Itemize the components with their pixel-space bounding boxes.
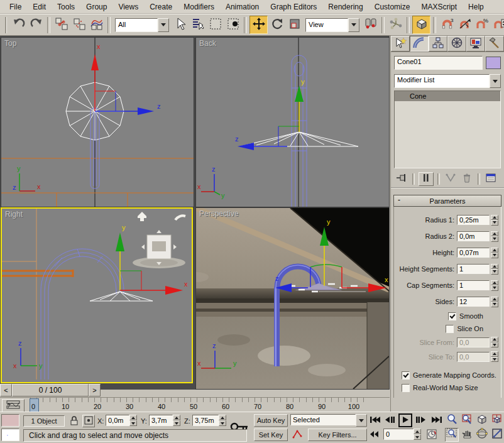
- menu-help[interactable]: Help: [463, 0, 490, 14]
- selection-lock-toggle[interactable]: [68, 415, 80, 427]
- menu-modifiers[interactable]: Modifiers: [178, 0, 220, 14]
- play-animation-button[interactable]: [398, 413, 412, 427]
- menu-create[interactable]: Create: [144, 0, 178, 14]
- dropdown-arrow-icon[interactable]: [348, 18, 359, 32]
- go-to-end-button[interactable]: [430, 414, 444, 427]
- tab-motion[interactable]: [447, 36, 466, 52]
- remove-modifier-button[interactable]: [460, 173, 474, 185]
- viewport-back-label[interactable]: Back: [199, 39, 216, 48]
- bind-to-space-warp-button[interactable]: [88, 16, 105, 33]
- menu-maxscript[interactable]: MAXScript: [415, 0, 463, 14]
- menu-group[interactable]: Group: [80, 0, 112, 14]
- height-segments-field[interactable]: 1: [457, 264, 490, 274]
- select-and-scale-button[interactable]: [286, 16, 303, 33]
- absolute-offset-mode-toggle[interactable]: [82, 415, 95, 427]
- height-field[interactable]: 0,07m: [457, 248, 490, 258]
- pin-stack-button[interactable]: [395, 173, 408, 185]
- object-name-field[interactable]: Cone01: [394, 56, 483, 70]
- unlink-selection-button[interactable]: [70, 16, 87, 33]
- maximize-viewport-toggle-button[interactable]: [490, 428, 504, 442]
- cap-segments-field[interactable]: 1: [457, 280, 490, 290]
- menu-animation[interactable]: Animation: [220, 0, 265, 14]
- modifier-list-dropdown[interactable]: Modifier List: [394, 74, 501, 88]
- z-spinner[interactable]: [219, 415, 226, 426]
- dropdown-arrow-icon[interactable]: [490, 74, 501, 88]
- radius2-spinner[interactable]: [491, 231, 498, 242]
- maxscript-mini-listener-pink[interactable]: [1, 414, 19, 427]
- track-bar[interactable]: 0 10 20 30 40 50 60 70 80 90 100: [0, 397, 390, 412]
- menu-graph-editors[interactable]: Graph Editors: [265, 0, 322, 14]
- height-spinner[interactable]: [491, 248, 498, 258]
- parameters-rollout-header[interactable]: - Parameters: [393, 195, 501, 207]
- coordinate-system-dropdown[interactable]: View: [305, 19, 359, 31]
- viewport-right-canvas[interactable]: y x: [2, 209, 189, 380]
- viewport-back-canvas[interactable]: y z z x y: [196, 38, 389, 207]
- key-mode-toggle-button[interactable]: [368, 429, 381, 441]
- time-configuration-button[interactable]: [425, 429, 439, 441]
- menu-tools[interactable]: Tools: [52, 0, 80, 14]
- auto-key-button[interactable]: Auto Key: [254, 414, 288, 427]
- x-spinner[interactable]: [129, 415, 137, 426]
- y-coordinate-field[interactable]: 3,7m: [149, 415, 173, 426]
- menu-edit[interactable]: Edit: [27, 0, 52, 14]
- current-frame-field[interactable]: 0: [383, 429, 414, 440]
- select-and-manipulate-button[interactable]: [387, 16, 404, 33]
- object-color-swatch[interactable]: [486, 57, 501, 69]
- next-frame-arrow-button[interactable]: >: [89, 384, 101, 397]
- selection-filter-dropdown[interactable]: All: [115, 19, 169, 31]
- viewcube[interactable]: [133, 212, 185, 268]
- window-crossing-button[interactable]: [224, 16, 241, 33]
- viewport-right-active[interactable]: y x: [1, 207, 193, 383]
- maxscript-mini-listener-white[interactable]: ': [1, 429, 19, 441]
- tab-create[interactable]: [391, 36, 410, 52]
- smooth-checkbox[interactable]: [448, 312, 456, 320]
- select-and-link-button[interactable]: [53, 16, 70, 33]
- zoom-region-button[interactable]: [445, 428, 459, 442]
- previous-frame-arrow-button[interactable]: <: [0, 384, 12, 397]
- go-to-start-button[interactable]: [368, 414, 382, 427]
- radius1-spinner[interactable]: [491, 215, 498, 226]
- height-segments-spinner[interactable]: [491, 264, 498, 275]
- tab-modify[interactable]: [410, 36, 429, 52]
- angle-snap-button[interactable]: [456, 16, 473, 33]
- radius2-field[interactable]: 0,0m: [457, 231, 490, 241]
- modifier-stack-list[interactable]: Cone: [394, 90, 501, 168]
- pan-button[interactable]: [460, 428, 474, 442]
- dropdown-arrow-icon[interactable]: [158, 18, 169, 32]
- viewport-perspective[interactable]: y z x z x y Perspective: [195, 207, 390, 390]
- previous-frame-button[interactable]: [383, 414, 396, 427]
- track-bar-ruler[interactable]: 0 10 20 30 40 50 60 70 80 90 100: [26, 398, 388, 412]
- tab-display[interactable]: [466, 36, 485, 52]
- frame-spinner[interactable]: [414, 429, 421, 440]
- menu-rendering[interactable]: Rendering: [322, 0, 368, 14]
- menu-customize[interactable]: Customize: [369, 0, 416, 14]
- undo-button[interactable]: [10, 16, 27, 33]
- viewport-perspective-label[interactable]: Perspective: [199, 209, 239, 218]
- select-by-name-button[interactable]: [189, 16, 206, 33]
- snap-3d-button[interactable]: 3: [439, 16, 456, 33]
- selection-set-dropdown[interactable]: Selected: [290, 414, 367, 427]
- redo-button[interactable]: [28, 16, 45, 33]
- time-slider-handle[interactable]: 0 / 100: [12, 384, 89, 397]
- zoom-extents-all-button[interactable]: [490, 413, 504, 427]
- viewport-top-label[interactable]: Top: [4, 39, 16, 48]
- radius1-field[interactable]: 0,25m: [457, 215, 490, 225]
- snaps-toggle-button[interactable]: [412, 16, 430, 34]
- key-filters-button[interactable]: Key Filters...: [308, 429, 367, 441]
- stack-item-cone[interactable]: Cone: [395, 91, 500, 101]
- tab-hierarchy[interactable]: [429, 36, 447, 52]
- rectangular-selection-region-button[interactable]: [207, 16, 224, 33]
- viewport-right-label[interactable]: Right: [5, 210, 23, 219]
- dropdown-arrow-icon[interactable]: [356, 414, 367, 427]
- menu-views[interactable]: Views: [112, 0, 144, 14]
- sides-spinner[interactable]: [491, 297, 498, 307]
- viewport-perspective-canvas[interactable]: y z x z x y: [196, 208, 389, 389]
- menu-file[interactable]: File: [4, 0, 27, 14]
- cap-segments-spinner[interactable]: [491, 280, 498, 291]
- toolbar-grip[interactable]: [5, 17, 7, 33]
- percent-snap-button[interactable]: %: [474, 16, 491, 33]
- show-end-result-button[interactable]: [419, 172, 434, 186]
- viewport-back[interactable]: y z z x y Back: [195, 37, 390, 207]
- default-tangent-button[interactable]: [290, 429, 305, 441]
- generate-mapping-checkbox[interactable]: [402, 371, 410, 380]
